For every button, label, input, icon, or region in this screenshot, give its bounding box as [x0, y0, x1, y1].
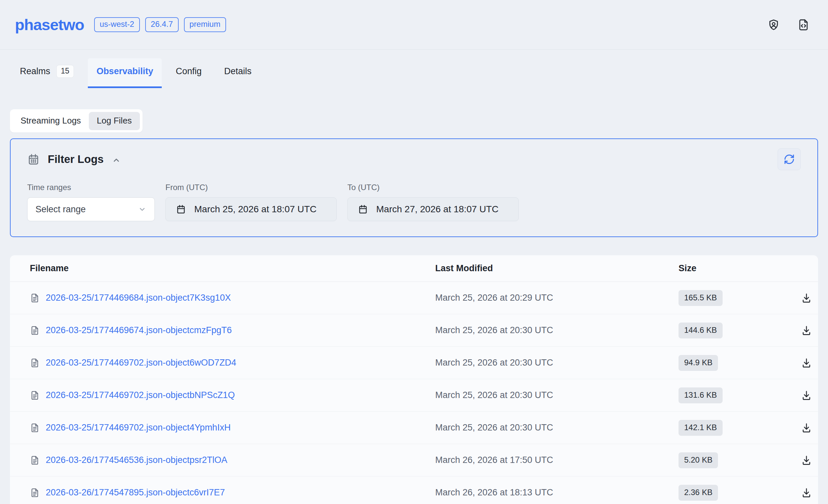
- table-row: 2026-03-26/1774547895.json-objectc6vrI7E…: [10, 476, 818, 504]
- time-ranges-label: Time ranges: [27, 183, 155, 192]
- from-date-value: March 25, 2026 at 18:07 UTC: [194, 204, 317, 215]
- size-badge: 142.1 KB: [678, 420, 722, 436]
- last-modified-cell: March 25, 2026 at 20:30 UTC: [425, 358, 669, 368]
- filename-link[interactable]: 2026-03-26/1774547895.json-objectc6vrI7E…: [46, 488, 225, 498]
- actions-cell: [797, 357, 812, 369]
- download-icon[interactable]: [801, 455, 812, 466]
- filename-cell: 2026-03-25/1774469702.json-object6wOD7ZD…: [20, 358, 425, 368]
- header-badges: us-west-2 26.4.7 premium: [94, 17, 226, 32]
- actions-cell: [797, 455, 812, 466]
- last-modified-cell: March 25, 2026 at 20:30 UTC: [425, 390, 669, 400]
- realms-count-badge: 15: [56, 65, 74, 78]
- size-cell: 165.5 KB: [669, 290, 797, 306]
- file-text-icon: [30, 358, 40, 368]
- time-ranges-field: Time ranges Select range: [27, 183, 155, 221]
- region-badge: us-west-2: [94, 17, 140, 32]
- download-icon[interactable]: [801, 357, 812, 369]
- table-row: 2026-03-25/1774469674.json-objectcmzFpgT…: [10, 314, 818, 347]
- logo[interactable]: phasetwo: [15, 15, 84, 34]
- col-header-last-modified: Last Modified: [425, 263, 669, 274]
- col-header-size: Size: [669, 263, 797, 274]
- main-tabs: Realms 15 Observability Config Details: [10, 58, 818, 88]
- from-label: From (UTC): [165, 183, 337, 192]
- filter-logs-panel: Filter Logs Time ranges Select range: [10, 138, 818, 237]
- tab-realms-label: Realms: [20, 66, 50, 77]
- size-badge: 131.6 KB: [678, 387, 722, 403]
- actions-cell: [797, 292, 812, 304]
- table-row: 2026-03-26/1774546536.json-objectpsr2TlO…: [10, 444, 818, 476]
- size-cell: 142.1 KB: [669, 420, 797, 436]
- log-view-switcher: Streaming Logs Log Files: [10, 109, 142, 132]
- file-text-icon: [30, 455, 40, 465]
- calendar-icon: [176, 204, 186, 215]
- size-badge: 5.20 KB: [678, 452, 718, 468]
- to-date-value: March 27, 2026 at 18:07 UTC: [376, 204, 499, 215]
- file-text-icon: [30, 423, 40, 433]
- filename-cell: 2026-03-25/1774469684.json-object7K3sg10…: [20, 293, 425, 303]
- actions-cell: [797, 390, 812, 401]
- tab-config-label: Config: [176, 66, 202, 77]
- table-row: 2026-03-25/1774469702.json-object6wOD7ZD…: [10, 347, 818, 379]
- filename-link[interactable]: 2026-03-26/1774546536.json-objectpsr2TlO…: [46, 455, 227, 465]
- filename-link[interactable]: 2026-03-25/1774469702.json-object6wOD7ZD…: [46, 358, 236, 368]
- filter-controls: Time ranges Select range From (UTC): [27, 183, 801, 221]
- actions-cell: [797, 487, 812, 498]
- table-row: 2026-03-25/1774469684.json-object7K3sg10…: [10, 282, 818, 314]
- filename-cell: 2026-03-26/1774546536.json-objectpsr2TlO…: [20, 455, 425, 465]
- size-cell: 94.9 KB: [669, 355, 797, 371]
- version-badge: 26.4.7: [145, 17, 179, 32]
- tab-observability-label: Observability: [96, 66, 153, 77]
- filename-cell: 2026-03-25/1774469702.json-object4YpmhIx…: [20, 422, 425, 433]
- page: phasetwo us-west-2 26.4.7 premium: [0, 0, 828, 504]
- table-row: 2026-03-25/1774469702.json-objectbNPScZ1…: [10, 379, 818, 412]
- tab-realms[interactable]: Realms 15: [20, 58, 83, 88]
- filename-link[interactable]: 2026-03-25/1774469702.json-objectbNPScZ1…: [46, 390, 235, 400]
- from-field: From (UTC) March 25, 2026 at 18:07 UTC: [165, 183, 337, 221]
- subtab-log-files[interactable]: Log Files: [89, 112, 140, 130]
- filename-cell: 2026-03-25/1774469702.json-objectbNPScZ1…: [20, 390, 425, 400]
- code-file-icon[interactable]: [797, 18, 810, 31]
- file-text-icon: [30, 488, 40, 498]
- last-modified-cell: March 26, 2026 at 17:50 UTC: [425, 455, 669, 465]
- calendar-icon: [27, 153, 40, 166]
- filename-cell: 2026-03-26/1774547895.json-objectc6vrI7E…: [20, 488, 425, 498]
- header-actions: [767, 18, 810, 31]
- table-header-row: Filename Last Modified Size: [10, 255, 818, 282]
- actions-cell: [797, 422, 812, 433]
- filename-cell: 2026-03-25/1774469674.json-objectcmzFpgT…: [20, 325, 425, 335]
- download-icon[interactable]: [801, 390, 812, 401]
- filename-link[interactable]: 2026-03-25/1774469684.json-object7K3sg10…: [46, 293, 231, 303]
- filter-title: Filter Logs: [48, 153, 104, 166]
- download-icon[interactable]: [801, 422, 812, 433]
- tab-config[interactable]: Config: [167, 58, 210, 88]
- tab-observability[interactable]: Observability: [88, 58, 162, 88]
- size-badge: 2.36 KB: [678, 485, 718, 501]
- download-icon[interactable]: [801, 325, 812, 336]
- last-modified-cell: March 26, 2026 at 18:13 UTC: [425, 488, 669, 498]
- from-date-button[interactable]: March 25, 2026 at 18:07 UTC: [165, 197, 337, 221]
- filename-link[interactable]: 2026-03-25/1774469702.json-object4YpmhIx…: [46, 422, 231, 433]
- col-header-filename: Filename: [20, 263, 425, 274]
- last-modified-cell: March 25, 2026 at 20:29 UTC: [425, 293, 669, 303]
- size-badge: 94.9 KB: [678, 355, 718, 371]
- download-icon[interactable]: [801, 487, 812, 498]
- time-range-select-value: Select range: [36, 204, 86, 215]
- time-range-select[interactable]: Select range: [27, 197, 155, 221]
- file-text-icon: [30, 293, 40, 303]
- size-badge: 165.5 KB: [678, 290, 722, 306]
- calendar-icon: [358, 204, 368, 215]
- chevron-down-icon: [138, 205, 147, 214]
- tab-details[interactable]: Details: [215, 58, 260, 88]
- shield-user-icon[interactable]: [767, 18, 780, 31]
- chevron-up-icon[interactable]: [112, 156, 121, 165]
- to-date-button[interactable]: March 27, 2026 at 18:07 UTC: [347, 197, 519, 221]
- log-files-table: Filename Last Modified Size 2026-03-25/1…: [10, 255, 818, 504]
- to-label: To (UTC): [347, 183, 519, 192]
- refresh-button[interactable]: [778, 148, 801, 170]
- download-icon[interactable]: [801, 292, 812, 304]
- filter-header: Filter Logs: [27, 148, 801, 170]
- file-text-icon: [30, 391, 40, 400]
- subtab-streaming-logs[interactable]: Streaming Logs: [12, 112, 89, 130]
- filename-link[interactable]: 2026-03-25/1774469674.json-objectcmzFpgT…: [46, 325, 232, 335]
- last-modified-cell: March 25, 2026 at 20:30 UTC: [425, 422, 669, 433]
